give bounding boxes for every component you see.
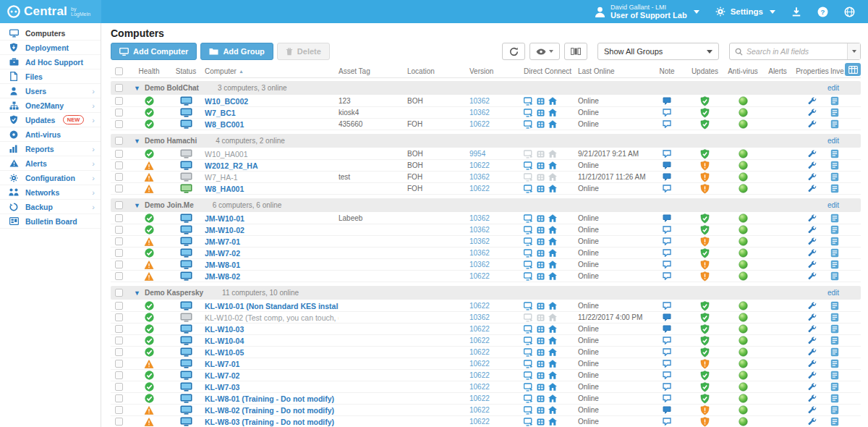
- computer-name-link[interactable]: W10_BC002: [205, 97, 248, 106]
- version-link[interactable]: 10622: [469, 302, 490, 310]
- row-checkbox[interactable]: [115, 383, 123, 391]
- version-link[interactable]: 10362: [469, 173, 490, 181]
- properties-wrench-icon[interactable]: [808, 313, 817, 322]
- collapse-caret-icon[interactable]: ▼: [134, 289, 140, 297]
- remote-control-icon[interactable]: [524, 161, 533, 170]
- inventory-icon[interactable]: [830, 108, 839, 117]
- properties-wrench-icon[interactable]: [808, 418, 817, 426]
- sidebar-item-reports[interactable]: Reports›: [0, 142, 101, 156]
- remote-control-icon[interactable]: [524, 325, 533, 334]
- inventory-icon[interactable]: [830, 237, 839, 246]
- version-link[interactable]: 10622: [469, 325, 490, 333]
- computer-name-link[interactable]: JM-W7-02: [205, 249, 240, 258]
- note-icon[interactable]: [663, 337, 671, 344]
- properties-wrench-icon[interactable]: [808, 249, 817, 258]
- sidebar-item-updates[interactable]: UpdatesNEW›: [0, 113, 101, 127]
- column-settings-button[interactable]: [845, 63, 861, 76]
- group-edit-link[interactable]: edit: [827, 84, 839, 92]
- antivirus-ok-icon[interactable]: [739, 417, 748, 426]
- row-checkbox[interactable]: [115, 325, 123, 333]
- group-edit-link[interactable]: edit: [827, 201, 839, 209]
- collapse-caret-icon[interactable]: ▼: [134, 85, 140, 92]
- home-icon[interactable]: [548, 360, 557, 368]
- computer-name-link[interactable]: W8_HA001: [205, 185, 244, 193]
- antivirus-ok-icon[interactable]: [739, 382, 748, 392]
- row-checkbox[interactable]: [115, 302, 123, 310]
- properties-wrench-icon[interactable]: [808, 394, 817, 403]
- updates-ok-icon[interactable]: [700, 214, 710, 224]
- row-checkbox[interactable]: [115, 237, 123, 245]
- properties-wrench-icon[interactable]: [808, 173, 817, 182]
- column-header-updates[interactable]: Updates: [685, 67, 725, 75]
- inventory-icon[interactable]: [830, 405, 839, 415]
- version-link[interactable]: 10622: [469, 406, 490, 414]
- home-icon[interactable]: [548, 249, 557, 257]
- column-header-alerts[interactable]: Alerts: [761, 67, 794, 75]
- computer-name-link[interactable]: KL-W7-02: [205, 371, 239, 380]
- row-checkbox[interactable]: [115, 109, 123, 117]
- note-icon[interactable]: [663, 185, 671, 193]
- help-button[interactable]: ?: [817, 7, 828, 17]
- version-link[interactable]: 10622: [469, 120, 490, 128]
- remote-control-icon[interactable]: [524, 226, 533, 234]
- properties-wrench-icon[interactable]: [808, 302, 817, 310]
- properties-wrench-icon[interactable]: [808, 226, 817, 234]
- row-checkbox[interactable]: [115, 348, 123, 356]
- inventory-icon[interactable]: [830, 96, 839, 106]
- inventory-icon[interactable]: [830, 225, 839, 234]
- remote-control-icon[interactable]: [524, 418, 533, 426]
- column-header-anti-virus[interactable]: Anti-virus: [725, 67, 761, 75]
- group-checkbox[interactable]: [115, 201, 123, 209]
- computer-name-link[interactable]: W2012_R2_HA: [205, 161, 258, 170]
- antivirus-ok-icon[interactable]: [739, 184, 748, 193]
- computer-name-link[interactable]: KL-W10-02 (Test comp, you can touch, don…: [205, 313, 339, 322]
- search-input[interactable]: [746, 47, 847, 56]
- updates-warning-icon[interactable]: [700, 237, 710, 247]
- version-link[interactable]: 10362: [469, 261, 490, 269]
- computer-name-link[interactable]: KL-W8-02 (Training - Do not modify): [205, 406, 334, 415]
- version-link[interactable]: 10362: [469, 109, 490, 117]
- computer-name-link[interactable]: JM-W8-02: [205, 272, 240, 281]
- collapse-caret-icon[interactable]: ▼: [134, 138, 140, 145]
- row-checkbox[interactable]: [115, 173, 123, 181]
- sidebar-item-one2many[interactable]: One2Many›: [0, 98, 101, 113]
- rdp-session-icon[interactable]: [537, 349, 545, 356]
- antivirus-ok-icon[interactable]: [739, 301, 748, 310]
- group-checkbox[interactable]: [115, 137, 123, 145]
- row-checkbox[interactable]: [115, 185, 123, 193]
- note-icon[interactable]: [663, 313, 671, 321]
- row-checkbox[interactable]: [115, 418, 123, 426]
- sidebar-item-anti-virus[interactable]: Anti-virus: [0, 127, 101, 142]
- note-icon[interactable]: [663, 383, 671, 391]
- antivirus-ok-icon[interactable]: [739, 214, 748, 223]
- updates-warning-icon[interactable]: [700, 271, 710, 282]
- properties-wrench-icon[interactable]: [808, 161, 817, 170]
- note-icon[interactable]: [663, 348, 671, 356]
- inventory-icon[interactable]: [830, 371, 839, 380]
- antivirus-ok-icon[interactable]: [739, 271, 748, 281]
- version-link[interactable]: 10362: [469, 237, 490, 245]
- column-header-direct-connect[interactable]: Direct Connect: [524, 67, 578, 75]
- updates-ok-icon[interactable]: [700, 225, 710, 235]
- inventory-icon[interactable]: [830, 271, 839, 281]
- updates-ok-icon[interactable]: [700, 301, 710, 311]
- visibility-dropdown-button[interactable]: [529, 43, 560, 60]
- computer-name-link[interactable]: KL-W7-03: [205, 383, 239, 392]
- inventory-icon[interactable]: [830, 324, 839, 334]
- inventory-icon[interactable]: [830, 313, 839, 322]
- row-checkbox[interactable]: [115, 394, 123, 402]
- row-checkbox[interactable]: [115, 337, 123, 344]
- updates-ok-icon[interactable]: [700, 371, 710, 381]
- version-link[interactable]: 10362: [469, 97, 490, 105]
- updates-ok-icon[interactable]: [700, 324, 710, 334]
- note-icon[interactable]: [663, 249, 671, 257]
- remote-control-icon[interactable]: [524, 261, 533, 269]
- remote-control-icon[interactable]: [524, 185, 533, 193]
- home-icon[interactable]: [548, 371, 557, 379]
- sidebar-item-deployment[interactable]: Deployment: [0, 41, 101, 55]
- antivirus-ok-icon[interactable]: [739, 237, 748, 246]
- note-icon[interactable]: [663, 161, 671, 169]
- home-icon[interactable]: [548, 418, 557, 426]
- group-edit-link[interactable]: edit: [827, 137, 839, 145]
- inventory-icon[interactable]: [830, 149, 839, 158]
